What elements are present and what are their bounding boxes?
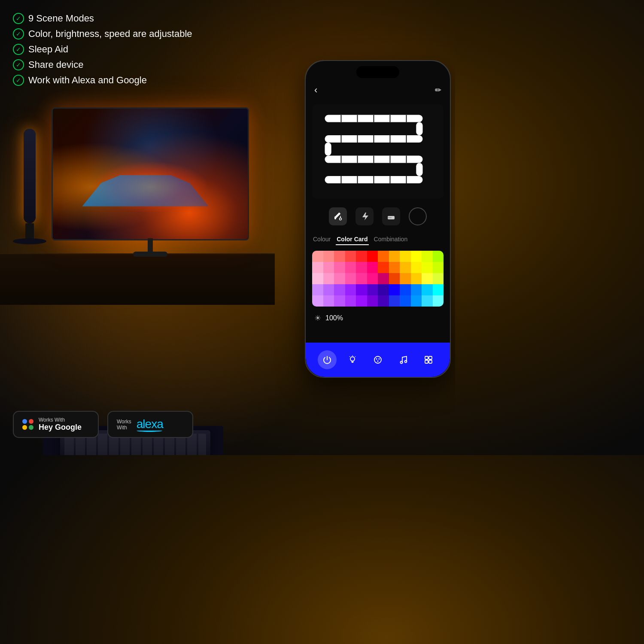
- color-cell[interactable]: [400, 251, 411, 262]
- nav-grid-button[interactable]: [419, 350, 438, 369]
- color-cell[interactable]: [345, 273, 356, 284]
- back-button[interactable]: ‹: [314, 85, 317, 96]
- color-cell[interactable]: [378, 251, 389, 262]
- monitor-base: [133, 252, 167, 257]
- alexa-logo: alexa: [137, 417, 163, 432]
- brightness-icon: ☀: [314, 313, 321, 323]
- alexa-brand-label: alexa: [137, 417, 163, 431]
- feature-text-4: Share device: [28, 59, 83, 70]
- color-cell[interactable]: [345, 284, 356, 295]
- google-dot-blue: [22, 419, 27, 424]
- color-cell[interactable]: [411, 284, 422, 295]
- edit-button[interactable]: ✏: [435, 85, 441, 95]
- color-cell[interactable]: [400, 284, 411, 295]
- color-cell[interactable]: [334, 284, 345, 295]
- color-cell[interactable]: [411, 295, 422, 307]
- color-cell[interactable]: [356, 295, 367, 307]
- color-cell[interactable]: [400, 262, 411, 273]
- feature-text-3: Sleep Aid: [28, 44, 68, 55]
- color-cell[interactable]: [323, 295, 334, 307]
- nav-light-button[interactable]: [343, 350, 362, 369]
- color-cell[interactable]: [334, 295, 345, 307]
- svg-rect-1: [416, 122, 422, 135]
- nav-palette-button[interactable]: [368, 350, 387, 369]
- tab-colour[interactable]: Colour: [312, 234, 331, 245]
- paint-bucket-tool[interactable]: [329, 207, 347, 225]
- nav-music-button[interactable]: [394, 350, 413, 369]
- color-cell[interactable]: [433, 262, 444, 273]
- color-cell[interactable]: [312, 273, 323, 284]
- google-logo: [22, 419, 33, 430]
- monitor-screen: [52, 107, 249, 240]
- color-cell[interactable]: [389, 273, 400, 284]
- color-cell[interactable]: [378, 273, 389, 284]
- color-cell[interactable]: [345, 251, 356, 262]
- color-picker-grid[interactable]: [312, 251, 444, 307]
- color-cell[interactable]: [356, 262, 367, 273]
- feature-text-2: Color, brightness, speed are adjustable: [28, 28, 192, 39]
- color-cell[interactable]: [389, 262, 400, 273]
- eraser-tool[interactable]: [382, 207, 400, 225]
- color-cell[interactable]: [411, 262, 422, 273]
- color-cell[interactable]: [367, 273, 378, 284]
- color-cell[interactable]: [312, 251, 323, 262]
- color-cell[interactable]: [334, 262, 345, 273]
- tab-colorcard[interactable]: Color Card: [336, 234, 368, 245]
- color-cell[interactable]: [356, 251, 367, 262]
- color-cell[interactable]: [433, 284, 444, 295]
- color-cell[interactable]: [378, 262, 389, 273]
- color-cell[interactable]: [433, 251, 444, 262]
- color-cell[interactable]: [323, 251, 334, 262]
- color-cell[interactable]: [422, 273, 433, 284]
- svg-point-36: [377, 361, 378, 362]
- color-cell[interactable]: [400, 273, 411, 284]
- color-cell[interactable]: [312, 262, 323, 273]
- color-cell[interactable]: [367, 295, 378, 307]
- car-image: [82, 167, 209, 207]
- lightning-tool[interactable]: [355, 207, 374, 225]
- color-cell[interactable]: [400, 295, 411, 307]
- color-cell[interactable]: [389, 284, 400, 295]
- color-cell[interactable]: [356, 273, 367, 284]
- color-cell[interactable]: [378, 295, 389, 307]
- color-cell[interactable]: [367, 284, 378, 295]
- nav-power-button[interactable]: [318, 350, 337, 369]
- alexa-badge: Works With alexa: [107, 411, 193, 438]
- color-cell[interactable]: [411, 251, 422, 262]
- color-cell[interactable]: [367, 262, 378, 273]
- feature-text-5: Work with Alexa and Google: [28, 75, 147, 86]
- svg-point-37: [401, 361, 403, 364]
- feature-text-1: 9 Scene Modes: [28, 13, 94, 24]
- circle-tool[interactable]: [409, 207, 427, 225]
- color-cell[interactable]: [389, 295, 400, 307]
- color-cell[interactable]: [356, 284, 367, 295]
- feature-item-2: ✓ Color, brightness, speed are adjustabl…: [13, 28, 192, 39]
- color-cell[interactable]: [345, 295, 356, 307]
- color-cell[interactable]: [312, 284, 323, 295]
- svg-point-29: [350, 357, 355, 361]
- color-cell[interactable]: [422, 251, 433, 262]
- alexa-works-label-1: Works: [117, 419, 131, 425]
- color-cell[interactable]: [422, 284, 433, 295]
- color-cell[interactable]: [312, 295, 323, 307]
- color-cell[interactable]: [367, 251, 378, 262]
- feature-item-3: ✓ Sleep Aid: [13, 44, 192, 55]
- color-cell[interactable]: [389, 251, 400, 262]
- color-cell[interactable]: [422, 262, 433, 273]
- tab-colour-label: Colour: [313, 236, 331, 243]
- svg-rect-41: [425, 360, 428, 363]
- color-cell[interactable]: [411, 273, 422, 284]
- tab-combination[interactable]: Combination: [373, 234, 409, 245]
- color-cell[interactable]: [323, 273, 334, 284]
- color-cell[interactable]: [433, 273, 444, 284]
- check-icon-3: ✓: [13, 44, 24, 55]
- color-cell[interactable]: [378, 284, 389, 295]
- color-cell[interactable]: [422, 295, 433, 307]
- color-cell[interactable]: [345, 262, 356, 273]
- alexa-works-label-2: With: [117, 425, 131, 431]
- color-cell[interactable]: [323, 284, 334, 295]
- color-cell[interactable]: [334, 273, 345, 284]
- color-cell[interactable]: [334, 251, 345, 262]
- color-cell[interactable]: [433, 295, 444, 307]
- color-cell[interactable]: [323, 262, 334, 273]
